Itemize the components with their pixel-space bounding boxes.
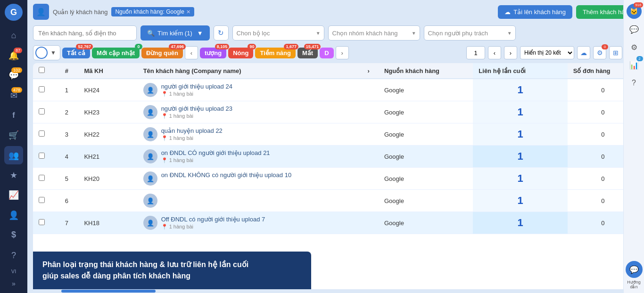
sidebar-item-notification[interactable]: 🔔 87 bbox=[4, 47, 23, 65]
th-contact[interactable]: Liên hệ lần cuối bbox=[473, 63, 567, 79]
tab-d[interactable]: D bbox=[320, 48, 333, 58]
tab-all[interactable]: 52,767 Tất cả bbox=[62, 48, 90, 58]
customer-name-7[interactable]: Off ĐNDL có người giới thiệu upload 7 bbox=[161, 216, 265, 223]
th-source[interactable]: Nguồn khách hàng bbox=[379, 63, 473, 79]
th-name[interactable]: Tên khách hàng (Company name) bbox=[138, 63, 362, 79]
td-contact-4: 1 bbox=[473, 146, 567, 168]
tab-hot[interactable]: 90 Nóng bbox=[228, 48, 253, 58]
td-source-3: Google bbox=[379, 123, 473, 146]
th-id[interactable]: Mã KH bbox=[78, 63, 137, 79]
td-id-6 bbox=[78, 190, 137, 212]
td-source-5: Google bbox=[379, 168, 473, 190]
customer-name-1[interactable]: người giới thiệu upload 24 bbox=[161, 83, 232, 90]
row-checkbox-3[interactable] bbox=[39, 130, 45, 137]
tab-all-badge: 52,767 bbox=[76, 44, 93, 49]
page-number-input[interactable] bbox=[466, 46, 485, 59]
columns-icon-button[interactable]: ⊞ bbox=[609, 46, 622, 59]
sidebar-item-chat[interactable]: 💬 102 bbox=[4, 66, 23, 84]
tabs-prev-button[interactable]: ‹ bbox=[185, 46, 198, 59]
filter-count-badge: 0 bbox=[602, 44, 608, 49]
td-id-7: KH18 bbox=[78, 212, 137, 234]
right-chat-button[interactable]: 💬 bbox=[626, 261, 643, 278]
sidebar-item-star[interactable]: ★ bbox=[4, 166, 23, 184]
row-checkbox-7[interactable] bbox=[39, 219, 45, 225]
refresh-icon: ↻ bbox=[218, 29, 224, 37]
search-button[interactable]: 🔍 Tìm kiếm (1) ▼ bbox=[140, 25, 210, 41]
language-label: VI bbox=[9, 267, 18, 276]
tab-skip[interactable]: 47,696 Đừng quên bbox=[141, 48, 183, 58]
customer-table-wrap: # Mã KH Tên khách hàng (Company name) › … bbox=[33, 63, 638, 289]
customer-name-3[interactable]: quản huyện upload 22 bbox=[161, 127, 223, 134]
person-select[interactable]: Chọn người phụ trách bbox=[424, 25, 516, 41]
td-contact-2: 1 bbox=[473, 101, 567, 123]
page-prev-button[interactable]: ‹ bbox=[488, 46, 501, 59]
customer-name-5[interactable]: on ĐNDL KHÔNG có người giới thiệu upload… bbox=[161, 171, 291, 179]
upload-customers-button[interactable]: ☁ Tải lên khách hàng bbox=[498, 5, 572, 19]
customer-icon: 👤 bbox=[36, 8, 46, 16]
td-num-3: 3 bbox=[55, 123, 78, 146]
th-extra[interactable]: › bbox=[362, 63, 378, 79]
sidebar-item-user[interactable]: 👤 bbox=[4, 206, 23, 224]
expand-button[interactable]: » bbox=[10, 278, 17, 289]
row-checkbox-4[interactable] bbox=[39, 153, 45, 159]
td-extra-7 bbox=[362, 212, 378, 234]
horizontal-scrollbar[interactable] bbox=[33, 289, 638, 293]
app-logo[interactable]: G bbox=[5, 4, 23, 21]
td-contact-7: 1 bbox=[473, 212, 567, 234]
sidebar-item-facebook[interactable]: f bbox=[4, 106, 23, 124]
sidebar-item-question[interactable]: ? bbox=[4, 246, 23, 265]
right-settings-icon[interactable]: ⚙ bbox=[627, 40, 642, 55]
group-select[interactable]: Chọn nhóm khách hàng bbox=[328, 25, 420, 41]
tab-new-label: Mới cập nhật bbox=[97, 49, 135, 57]
tab-lost[interactable]: 15,471 Mất bbox=[297, 48, 318, 58]
refresh-button[interactable]: ↻ bbox=[214, 25, 229, 41]
cloud-icon-button[interactable]: ☁ bbox=[577, 46, 590, 59]
sidebar-item-people[interactable]: 👥 bbox=[4, 146, 23, 164]
tabs-next-button[interactable]: › bbox=[336, 46, 349, 59]
td-extra-6 bbox=[362, 190, 378, 212]
customer-name-4[interactable]: on ĐNDL CÓ người giới thiệu upload 21 bbox=[161, 149, 270, 156]
filter-tag[interactable]: Nguồn khách hàng: Google ✕ bbox=[111, 7, 194, 16]
customer-sub-7: 📍 1 hàng bài bbox=[161, 224, 265, 230]
customer-name-2[interactable]: người giới thiệu upload 23 bbox=[161, 105, 232, 112]
td-name-5: 👤 on ĐNDL KHÔNG có người giới thiệu uplo… bbox=[138, 168, 362, 190]
row-checkbox-2[interactable] bbox=[39, 108, 45, 114]
horizontal-scrollbar-thumb[interactable] bbox=[61, 290, 156, 293]
home-icon: ⌂ bbox=[11, 31, 17, 41]
row-checkbox-6[interactable] bbox=[39, 197, 45, 203]
td-name-1: 👤 người giới thiệu upload 24 📍 1 hàng bà… bbox=[138, 79, 362, 101]
row-checkbox-5[interactable] bbox=[39, 175, 45, 181]
td-checkbox-3 bbox=[33, 123, 55, 146]
person-select-wrap: Chọn người phụ trách ▼ bbox=[424, 25, 516, 41]
tab-potential[interactable]: 1,677 Tiềm năng bbox=[255, 48, 296, 58]
right-question-icon[interactable]: ? bbox=[627, 75, 642, 90]
search-dropdown-icon[interactable]: ▼ bbox=[197, 30, 203, 37]
customer-icon-button[interactable]: 👤 bbox=[33, 4, 49, 20]
tab-new[interactable]: 0 Mới cập nhật bbox=[92, 48, 140, 58]
sidebar-item-cart[interactable]: 🛒 bbox=[4, 126, 23, 144]
right-chat-icon[interactable]: 💬 bbox=[627, 22, 642, 37]
row-checkbox-1[interactable] bbox=[39, 86, 45, 92]
td-checkbox-5 bbox=[33, 168, 55, 190]
right-bottom: 💬 Hướng dẫn bbox=[624, 261, 644, 289]
td-extra-3 bbox=[362, 123, 378, 146]
filter-select[interactable]: Chon bộ lọc bbox=[232, 25, 324, 41]
td-id-3: KH22 bbox=[78, 123, 137, 146]
search-input[interactable] bbox=[33, 25, 137, 41]
sidebar-item-mail[interactable]: ✉ 478 bbox=[4, 86, 23, 104]
tab-tuong-badge: 8,105 bbox=[215, 44, 230, 49]
results-per-page-select[interactable]: Hiển thị 20 kết Hiển thị 50 kết Hiển thị… bbox=[520, 46, 574, 59]
tab-tuong[interactable]: 8,105 tượng bbox=[200, 48, 226, 58]
td-name-2: 👤 người giới thiệu upload 23 📍 1 hàng bà… bbox=[138, 101, 362, 123]
status-circle-button[interactable] bbox=[35, 47, 48, 59]
page-next-button[interactable]: › bbox=[504, 46, 517, 59]
select-all-checkbox[interactable] bbox=[39, 67, 45, 73]
filter-icon-button[interactable]: ⚙ 0 bbox=[593, 46, 606, 59]
close-filter-tag-icon[interactable]: ✕ bbox=[186, 9, 190, 15]
td-num-4: 4 bbox=[55, 146, 78, 168]
filter-select-wrap: Chon bộ lọc ▼ bbox=[232, 25, 324, 41]
sidebar-item-dollar[interactable]: $ bbox=[4, 226, 23, 244]
sidebar-item-home[interactable]: ⌂ bbox=[4, 26, 23, 44]
status-dropdown-button[interactable]: ▼ bbox=[49, 49, 58, 57]
sidebar-item-chart[interactable]: 📈 bbox=[4, 186, 23, 204]
